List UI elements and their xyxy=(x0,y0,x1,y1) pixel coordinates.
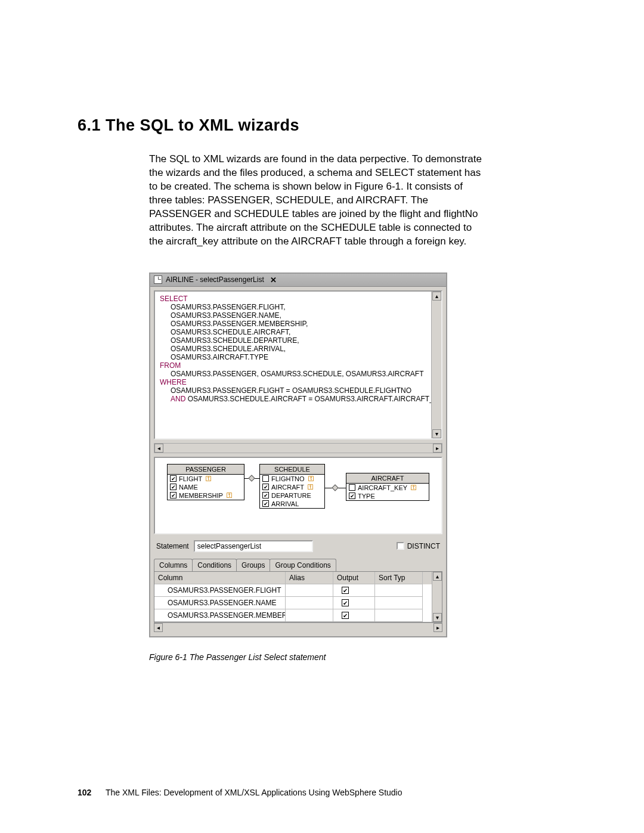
statement-label: Statement xyxy=(156,542,189,550)
horizontal-scrollbar[interactable]: ◂ ▸ xyxy=(154,623,442,633)
checkbox-icon[interactable]: ✔ xyxy=(349,493,355,499)
grid-cell-alias[interactable] xyxy=(286,597,333,609)
statement-row: Statement DISTINCT xyxy=(150,538,446,558)
checkbox-icon[interactable] xyxy=(397,542,404,550)
table-row[interactable]: ✔DEPARTURE xyxy=(260,491,324,500)
tab-groups[interactable]: Groups xyxy=(236,559,270,571)
checkbox-icon[interactable]: ✔ xyxy=(170,475,177,482)
sql-select-line: OSAMURS3.SCHEDULE.DEPARTURE, xyxy=(160,336,436,345)
table-row[interactable]: FLIGHTNO⚿ xyxy=(260,475,324,483)
sql-editor[interactable]: SELECT OSAMURS3.PASSENGER.FLIGHT, OSAMUR… xyxy=(154,290,442,439)
footer-text: The XML Files: Development of XML/XSL Ap… xyxy=(106,788,402,797)
checkbox-icon[interactable]: ✔ xyxy=(170,492,177,498)
key-icon: ⚿ xyxy=(206,475,212,482)
vertical-scrollbar[interactable]: ▴ ▾ xyxy=(432,572,442,622)
columns-grid[interactable]: Column Alias Output Sort Typ OSAMURS3.PA… xyxy=(154,571,442,623)
statement-input[interactable] xyxy=(194,540,313,552)
table-title: SCHEDULE xyxy=(260,465,324,475)
sql-keyword-where: WHERE xyxy=(160,378,436,386)
scroll-left-icon[interactable]: ◂ xyxy=(154,623,163,632)
schema-diagram[interactable]: PASSENGER ✔FLIGHT⚿ ✔NAME ✔MEMBERSHIP⚿ SC… xyxy=(154,457,442,534)
distinct-label: DISTINCT xyxy=(407,542,440,550)
table-title: AIRCRAFT xyxy=(346,473,429,484)
grid-cell-column: OSAMURS3.PASSENGER.FLIGHT xyxy=(154,584,286,597)
sql-where-rest: OSAMURS3.SCHEDULE.AIRCRAFT = OSAMURS3.AI… xyxy=(185,395,434,403)
sql-from-line: OSAMURS3.PASSENGER, OSAMURS3.SCHEDULE, O… xyxy=(160,370,436,378)
close-icon[interactable]: ✕ xyxy=(270,275,277,284)
key-icon: ⚿ xyxy=(411,484,417,491)
sql-where-line: AND OSAMURS3.SCHEDULE.AIRCRAFT = OSAMURS… xyxy=(160,395,436,403)
sql-select-line: OSAMURS3.PASSENGER.MEMBERSHIP, xyxy=(160,320,436,328)
column-label: DEPARTURE xyxy=(271,492,311,499)
tab-columns[interactable]: Columns xyxy=(154,559,193,572)
column-label: ARRIVAL xyxy=(271,500,299,507)
table-row[interactable]: ✔ARRIVAL xyxy=(260,500,324,508)
grid-cell-sort[interactable] xyxy=(375,597,423,609)
scroll-left-icon[interactable]: ◂ xyxy=(154,444,163,453)
checkbox-icon[interactable]: ✔ xyxy=(262,492,269,498)
horizontal-scrollbar[interactable]: ◂ ▸ xyxy=(154,443,442,453)
column-label: AIRCRAFT_KEY xyxy=(358,484,407,491)
scroll-right-icon[interactable]: ▸ xyxy=(434,623,442,632)
grid-cell-sort[interactable] xyxy=(375,609,423,622)
table-passenger[interactable]: PASSENGER ✔FLIGHT⚿ ✔NAME ✔MEMBERSHIP⚿ xyxy=(167,464,244,500)
key-icon: ⚿ xyxy=(308,475,314,482)
sql-select-line: OSAMURS3.AIRCRAFT.TYPE xyxy=(160,353,436,361)
grid-header-cell[interactable]: Column xyxy=(154,572,286,584)
document-icon xyxy=(154,275,162,284)
grid-cell-column: OSAMURS3.PASSENGER.MEMBER… xyxy=(154,609,286,622)
grid-header-cell[interactable]: Output xyxy=(333,572,375,584)
table-row[interactable]: ✔NAME xyxy=(168,483,244,491)
table-row[interactable]: ✔AIRCRAFT⚿ xyxy=(260,483,324,491)
distinct-checkbox[interactable]: DISTINCT xyxy=(397,542,440,550)
checkbox-icon[interactable]: ✔ xyxy=(170,484,177,490)
grid-cell-alias[interactable] xyxy=(286,584,333,597)
checkbox-icon[interactable] xyxy=(349,484,355,491)
column-label: TYPE xyxy=(358,493,375,500)
grid-cell-column: OSAMURS3.PASSENGER.NAME xyxy=(154,597,286,609)
grid-cell-output[interactable]: ✔ xyxy=(333,584,375,597)
table-row[interactable]: ✔TYPE xyxy=(346,492,429,500)
column-label: FLIGHT xyxy=(179,475,202,482)
grid-row[interactable]: OSAMURS3.PASSENGER.FLIGHT ✔ xyxy=(154,584,442,597)
checkbox-icon[interactable]: ✔ xyxy=(342,599,349,606)
sql-select-line: OSAMURS3.SCHEDULE.ARRIVAL, xyxy=(160,345,436,353)
page-footer: 102 The XML Files: Development of XML/XS… xyxy=(78,788,402,797)
grid-row[interactable]: OSAMURS3.PASSENGER.NAME ✔ xyxy=(154,597,442,609)
checkbox-icon[interactable] xyxy=(262,475,269,482)
grid-cell-sort[interactable] xyxy=(375,584,423,597)
grid-cell-output[interactable]: ✔ xyxy=(333,597,375,609)
table-schedule[interactable]: SCHEDULE FLIGHTNO⚿ ✔AIRCRAFT⚿ ✔DEPARTURE… xyxy=(259,464,325,509)
scroll-up-icon[interactable]: ▴ xyxy=(432,292,441,301)
table-row[interactable]: AIRCRAFT_KEY⚿ xyxy=(346,484,429,492)
figure: AIRLINE - selectPassengerList ✕ SELECT O… xyxy=(149,272,447,662)
tab-group-conditions[interactable]: Group Conditions xyxy=(270,559,336,571)
checkbox-icon[interactable]: ✔ xyxy=(342,612,349,619)
table-row[interactable]: ✔FLIGHT⚿ xyxy=(168,475,244,483)
tab-conditions[interactable]: Conditions xyxy=(192,559,237,571)
grid-header: Column Alias Output Sort Typ xyxy=(154,572,442,584)
scroll-right-icon[interactable]: ▸ xyxy=(433,444,442,453)
scroll-down-icon[interactable]: ▾ xyxy=(433,613,442,622)
checkbox-icon[interactable]: ✔ xyxy=(262,500,269,507)
grid-row[interactable]: OSAMURS3.PASSENGER.MEMBER… ✔ xyxy=(154,609,442,622)
checkbox-icon[interactable]: ✔ xyxy=(262,484,269,490)
grid-cell-output[interactable]: ✔ xyxy=(333,609,375,622)
vertical-scrollbar[interactable]: ▴ ▾ xyxy=(431,292,441,438)
join-handle-icon[interactable] xyxy=(248,475,255,481)
sql-keyword-select: SELECT xyxy=(160,295,436,303)
join-handle-icon[interactable] xyxy=(332,484,338,491)
table-title: PASSENGER xyxy=(168,465,244,475)
scroll-up-icon[interactable]: ▴ xyxy=(433,572,442,581)
column-label: AIRCRAFT xyxy=(271,484,304,491)
sql-select-line: OSAMURS3.SCHEDULE.AIRCRAFT, xyxy=(160,328,436,336)
table-aircraft[interactable]: AIRCRAFT AIRCRAFT_KEY⚿ ✔TYPE xyxy=(346,473,429,501)
section-heading: 6.1 The SQL to XML wizards xyxy=(78,116,566,135)
grid-cell-alias[interactable] xyxy=(286,609,333,622)
table-row[interactable]: ✔MEMBERSHIP⚿ xyxy=(168,491,244,500)
window-title: AIRLINE - selectPassengerList xyxy=(166,275,264,284)
scroll-down-icon[interactable]: ▾ xyxy=(432,429,441,438)
grid-header-cell[interactable]: Sort Typ xyxy=(375,572,423,584)
checkbox-icon[interactable]: ✔ xyxy=(342,587,349,594)
grid-header-cell[interactable]: Alias xyxy=(286,572,333,584)
